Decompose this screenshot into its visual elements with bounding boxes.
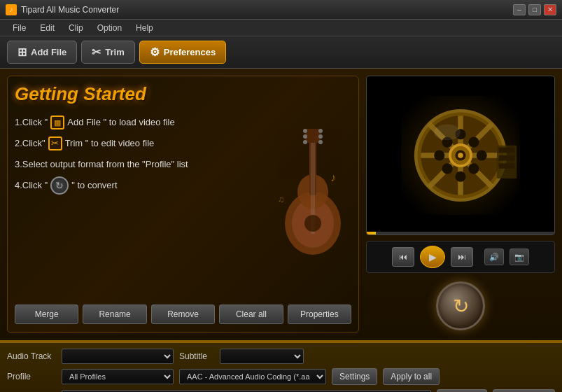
svg-point-34 bbox=[455, 172, 465, 182]
getting-started-title: Getting Started bbox=[15, 83, 351, 105]
add-file-icon: ⊞ bbox=[17, 46, 27, 59]
properties-button[interactable]: Properties bbox=[288, 304, 351, 324]
bottom-controls: Audio Track Subtitle Profile All Profile… bbox=[0, 342, 562, 392]
trim-label: Trim bbox=[105, 47, 124, 57]
maximize-button[interactable]: □ bbox=[528, 4, 541, 15]
open-folder-button[interactable]: Open Folder bbox=[493, 389, 555, 392]
add-file-label: Add File bbox=[31, 47, 66, 57]
step4-text: " to convert bbox=[71, 176, 117, 195]
trim-button[interactable]: ✂ Trim bbox=[81, 41, 134, 64]
preferences-icon: ⚙ bbox=[150, 46, 160, 59]
preview-progress-bar bbox=[367, 232, 554, 234]
svg-text:♫: ♫ bbox=[278, 195, 284, 204]
svg-point-12 bbox=[318, 134, 323, 139]
svg-text:♪: ♪ bbox=[330, 172, 336, 183]
subtitle-label: Subtitle bbox=[179, 351, 214, 361]
convert-btn-container: ↻ bbox=[366, 279, 555, 333]
play-button[interactable]: ▶ bbox=[420, 246, 445, 268]
menu-edit[interactable]: Edit bbox=[33, 22, 62, 34]
profile-row: Profile All Profiles AAC - Advanced Audi… bbox=[7, 368, 555, 385]
convert-button[interactable]: ↻ bbox=[436, 281, 485, 330]
step1-num: 1.Click " bbox=[15, 113, 48, 132]
svg-point-14 bbox=[304, 215, 321, 232]
title-bar-left: ♪ Tipard All Music Converter bbox=[6, 4, 119, 15]
profile-label: Profile bbox=[7, 372, 56, 382]
menu-bar: File Edit Clip Option Help bbox=[0, 20, 562, 36]
minimize-button[interactable]: – bbox=[513, 4, 526, 15]
app-icon: ♪ bbox=[6, 4, 17, 15]
svg-point-9 bbox=[303, 134, 307, 139]
convert-icon: ↻ bbox=[453, 295, 469, 318]
guitar-decoration: ♪ ♫ bbox=[274, 118, 351, 244]
add-file-button[interactable]: ⊞ Add File bbox=[7, 41, 77, 64]
svg-point-35 bbox=[434, 150, 444, 160]
main-content: Getting Started 1.Click " ▦ Add File " t… bbox=[0, 69, 562, 342]
action-buttons: Merge Rename Remove Clear all Properties bbox=[15, 304, 351, 324]
svg-point-36 bbox=[477, 150, 487, 160]
svg-point-13 bbox=[318, 140, 323, 144]
volume-button[interactable]: 🔊 bbox=[484, 248, 504, 265]
svg-rect-7 bbox=[305, 129, 321, 143]
remove-button[interactable]: Remove bbox=[151, 304, 215, 324]
camera-button[interactable]: 📷 bbox=[510, 248, 529, 265]
svg-point-30 bbox=[468, 137, 479, 148]
rename-button[interactable]: Rename bbox=[83, 304, 146, 324]
svg-rect-43 bbox=[499, 155, 515, 161]
preview-progress-fill bbox=[367, 232, 376, 234]
menu-clip[interactable]: Clip bbox=[62, 22, 90, 34]
svg-point-11 bbox=[318, 129, 323, 133]
menu-option[interactable]: Option bbox=[90, 22, 129, 34]
step1-text: Add File " to load video file bbox=[67, 113, 174, 132]
title-bar-controls: – □ ✕ bbox=[513, 4, 556, 15]
svg-point-31 bbox=[442, 163, 453, 174]
settings-button[interactable]: Settings bbox=[332, 368, 377, 385]
merge-button[interactable]: Merge bbox=[15, 304, 78, 324]
left-panel: Getting Started 1.Click " ▦ Add File " t… bbox=[7, 76, 359, 333]
format-select[interactable]: AAC - Advanced Audio Coding (*.aac) bbox=[179, 369, 326, 384]
convert-icon: ↻ bbox=[50, 176, 69, 195]
video-preview bbox=[366, 76, 555, 235]
film-icon: ▦ bbox=[50, 115, 64, 130]
menu-file[interactable]: File bbox=[6, 22, 33, 34]
audio-track-select[interactable] bbox=[62, 349, 174, 364]
clear-all-button[interactable]: Clear all bbox=[219, 304, 283, 324]
apply-to-all-button[interactable]: Apply to all bbox=[383, 368, 440, 385]
browse-button[interactable]: Browse... bbox=[437, 389, 487, 392]
media-controls: ⏮ ▶ ⏭ 🔊 📷 bbox=[366, 241, 555, 273]
menu-help[interactable]: Help bbox=[129, 22, 160, 34]
prev-button[interactable]: ⏮ bbox=[392, 247, 414, 267]
window-title: Tipard All Music Converter bbox=[21, 5, 119, 15]
preferences-label: Preferences bbox=[164, 47, 216, 57]
svg-rect-44 bbox=[499, 163, 515, 169]
svg-rect-42 bbox=[499, 148, 515, 153]
step4-prefix: 4.Click " bbox=[15, 176, 48, 195]
right-panel: ⏮ ▶ ⏭ 🔊 📷 ↻ bbox=[366, 76, 555, 333]
svg-point-32 bbox=[468, 163, 479, 174]
next-button[interactable]: ⏭ bbox=[451, 247, 473, 267]
svg-point-8 bbox=[303, 129, 307, 133]
toolbar: ⊞ Add File ✂ Trim ⚙ Preferences bbox=[0, 36, 562, 69]
trim-icon: ✂ bbox=[92, 46, 101, 59]
subtitle-select[interactable] bbox=[220, 349, 304, 364]
step3-text: 3.Select output format from the "Profile… bbox=[15, 155, 188, 174]
svg-point-45 bbox=[434, 125, 461, 141]
profile-select[interactable]: All Profiles bbox=[62, 369, 174, 384]
destination-row: Destination Browse... Open Folder bbox=[7, 389, 555, 392]
svg-point-40 bbox=[458, 153, 463, 158]
title-bar: ♪ Tipard All Music Converter – □ ✕ bbox=[0, 0, 562, 20]
preferences-button[interactable]: ⚙ Preferences bbox=[139, 41, 226, 64]
audio-track-row: Audio Track Subtitle bbox=[7, 349, 555, 364]
step2-num: 2.Click" bbox=[15, 134, 45, 153]
step2-text: Trim " to edit video file bbox=[65, 134, 155, 153]
scissors-icon: ✂ bbox=[48, 136, 62, 150]
close-button[interactable]: ✕ bbox=[544, 4, 556, 15]
audio-track-label: Audio Track bbox=[7, 351, 56, 361]
svg-point-10 bbox=[303, 140, 307, 144]
